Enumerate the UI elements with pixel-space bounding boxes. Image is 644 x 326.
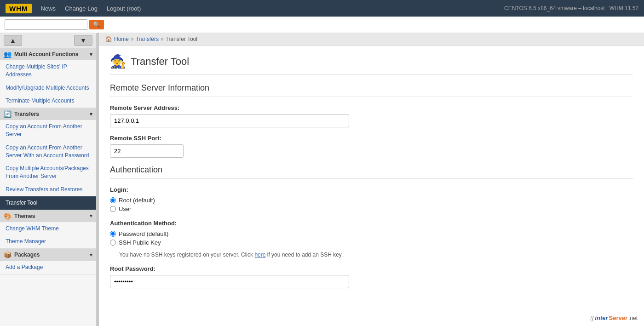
sidebar-item-transfer-tool[interactable]: Transfer Tool — [0, 196, 96, 210]
sidebar-section-label-multi-account: Multi Account Functions — [14, 51, 79, 57]
topbar: WHM News Change Log Logout (root) CENTOS… — [0, 0, 644, 17]
searchbar: 🔍 — [0, 17, 644, 33]
sidebar-item-copy-account-another-server[interactable]: Copy an Account From Another Server — [0, 120, 96, 141]
sidebar-section-label-themes: Themes — [14, 213, 35, 219]
transfers-icon: 🔄 — [4, 110, 12, 118]
auth-method-label: Authentication Method: — [110, 220, 633, 227]
login-radio-group: Root (default) User — [110, 197, 633, 212]
themes-icon: 🎨 — [4, 212, 12, 220]
sidebar-item-copy-multiple-accounts[interactable]: Copy Multiple Accounts/Packages From Ano… — [0, 162, 96, 183]
main-content: 🏠 Home » Transfers » Transfer Tool 🧙 Tra… — [99, 33, 644, 326]
sidebar-section-transfers: 🔄 Transfers ▾ Copy an Account From Anoth… — [0, 108, 96, 210]
sidebar-section-packages: 📦 Packages ▾ Add a Package — [0, 249, 96, 275]
page-title-icon: 🧙 — [110, 54, 126, 69]
remote-server-section: Remote Server Information Remote Server … — [110, 83, 633, 158]
multi-account-icon: 👥 — [4, 51, 12, 58]
sidebar-section-themes: 🎨 Themes ▾ Change WHM Theme Theme Manage… — [0, 210, 96, 249]
auth-method-option-password[interactable]: Password (default) — [110, 230, 633, 237]
sidebar-section-header-transfers[interactable]: 🔄 Transfers ▾ — [0, 108, 96, 120]
remote-ssh-port-input[interactable] — [110, 144, 184, 158]
sidebar-item-theme-manager[interactable]: Theme Manager — [0, 235, 96, 248]
remote-server-section-title: Remote Server Information — [110, 83, 633, 97]
sidebar-item-review-transfers[interactable]: Review Transfers and Restores — [0, 183, 96, 196]
breadcrumb-home[interactable]: Home — [114, 36, 129, 42]
sidebar-section-header-themes[interactable]: 🎨 Themes ▾ — [0, 210, 96, 222]
packages-icon: 📦 — [4, 251, 12, 258]
search-button[interactable]: 🔍 — [89, 20, 104, 29]
scroll-down-button[interactable]: ▼ — [74, 35, 92, 46]
multi-account-chevron: ▾ — [90, 51, 92, 57]
sidebar-item-change-multiple-sites-ip[interactable]: Change Multiple Sites' IP Addresses — [0, 60, 96, 81]
auth-method-group: Authentication Method: Password (default… — [110, 220, 633, 258]
sidebar: ▲ ▼ 👥 Multi Account Functions ▾ Change M… — [0, 33, 97, 326]
login-user-label: User — [119, 206, 131, 212]
login-group: Login: Root (default) User — [110, 186, 633, 212]
auth-method-radio-password[interactable] — [110, 231, 116, 237]
sidebar-scroll-controls: ▲ ▼ — [0, 33, 96, 48]
sidebar-item-add-package[interactable]: Add a Package — [0, 261, 96, 274]
themes-chevron: ▾ — [90, 213, 92, 219]
sidebar-section-label-packages: Packages — [14, 252, 40, 258]
sidebar-section-header-packages[interactable]: 📦 Packages ▾ — [0, 249, 96, 261]
topbar-left: WHM News Change Log Logout (root) — [6, 4, 141, 13]
nav-news[interactable]: News — [41, 5, 56, 12]
login-option-user[interactable]: User — [110, 206, 633, 212]
authentication-section-title: Authentication — [110, 165, 633, 179]
login-root-label: Root (default) — [119, 197, 155, 204]
sidebar-item-change-whm-theme[interactable]: Change WHM Theme — [0, 222, 96, 235]
transfers-chevron: ▾ — [90, 111, 92, 117]
interserver-logo: (( interServer.net — [590, 315, 638, 321]
page-title: Transfer Tool — [131, 56, 189, 68]
whm-logo: WHM — [6, 4, 32, 13]
sidebar-section-label-transfers: Transfers — [14, 111, 39, 117]
login-radio-user[interactable] — [110, 206, 116, 212]
sidebar-item-terminate-multiple[interactable]: Terminate Multiple Accounts — [0, 94, 96, 108]
breadcrumb-current: Transfer Tool — [166, 36, 197, 42]
packages-chevron: ▾ — [90, 252, 92, 258]
nav-changelog[interactable]: Change Log — [65, 5, 98, 12]
remote-ssh-port-label: Remote SSH Port: — [110, 135, 633, 142]
remote-server-address-group: Remote Server Address: — [110, 104, 633, 127]
login-radio-root[interactable] — [110, 197, 116, 203]
breadcrumb-sep-1: » — [131, 36, 134, 42]
auth-method-radio-ssh[interactable] — [110, 240, 116, 246]
sidebar-section-multi-account: 👥 Multi Account Functions ▾ Change Multi… — [0, 48, 96, 108]
root-password-input[interactable] — [110, 275, 349, 288]
page-title-row: 🧙 Transfer Tool — [110, 54, 633, 75]
remote-server-address-input[interactable] — [110, 114, 349, 127]
layout: ▲ ▼ 👥 Multi Account Functions ▾ Change M… — [0, 33, 644, 326]
auth-method-option-ssh[interactable]: SSH Public Key — [110, 239, 633, 246]
auth-method-ssh-label: SSH Public Key — [119, 239, 161, 246]
sidebar-item-copy-account-password[interactable]: Copy an Account From Another Server With… — [0, 141, 96, 162]
auth-method-radio-group: Password (default) SSH Public Key — [110, 230, 633, 246]
root-password-group: Root Password: — [110, 265, 633, 288]
topbar-server-info: CENTOS 6.5 x86_64 vmware – localhost WHM… — [504, 5, 638, 11]
ssh-note-suffix: if you need to add an SSH key. — [265, 252, 343, 258]
remote-ssh-port-group: Remote SSH Port: — [110, 135, 633, 158]
scroll-up-button[interactable]: ▲ — [4, 35, 22, 46]
ssh-note-prefix: You have no SSH keys registered on your … — [119, 252, 254, 258]
sidebar-section-header-multi-account[interactable]: 👥 Multi Account Functions ▾ — [0, 48, 96, 60]
ssh-note: You have no SSH keys registered on your … — [119, 252, 633, 258]
breadcrumb-sep-2: » — [161, 36, 164, 42]
nav-logout[interactable]: Logout (root) — [107, 5, 141, 12]
sidebar-item-modify-upgrade-multiple[interactable]: Modify/Upgrade Multiple Accounts — [0, 81, 96, 95]
content-area: 🧙 Transfer Tool Remote Server Informatio… — [99, 46, 644, 306]
auth-method-password-label: Password (default) — [119, 230, 168, 237]
home-icon: 🏠 — [105, 36, 112, 42]
login-option-root[interactable]: Root (default) — [110, 197, 633, 204]
remote-server-address-label: Remote Server Address: — [110, 104, 633, 111]
breadcrumb-transfers[interactable]: Transfers — [136, 36, 159, 42]
root-password-label: Root Password: — [110, 265, 633, 272]
ssh-note-link[interactable]: here — [254, 252, 265, 258]
login-label: Login: — [110, 186, 633, 193]
breadcrumb: 🏠 Home » Transfers » Transfer Tool — [99, 33, 644, 46]
authentication-section: Authentication Login: Root (default) Use… — [110, 165, 633, 288]
search-input[interactable] — [5, 19, 87, 30]
